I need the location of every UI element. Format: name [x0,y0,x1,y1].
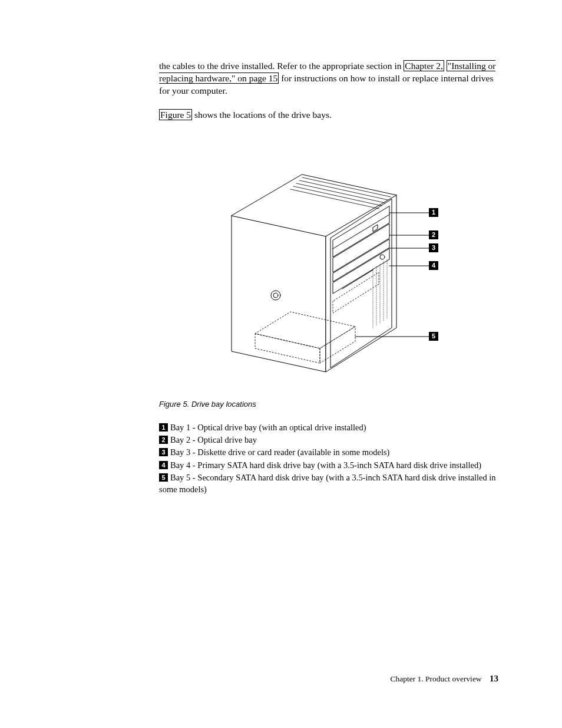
link-chapter2[interactable]: Chapter 2, [404,60,444,71]
legend-num-1: 1 [159,423,168,431]
legend-text-3: Bay 3 - Diskette drive or card reader (a… [170,447,389,457]
legend-text-4: Bay 4 - Primary SATA hard disk drive bay… [170,460,481,470]
footer-chapter: Chapter 1. Product overview [390,674,481,683]
legend: 1Bay 1 - Optical drive bay (with an opti… [159,421,498,496]
page-content: the cables to the drive installed. Refer… [0,0,562,495]
callout-1: 1 [432,209,435,216]
legend-num-5: 5 [159,473,168,482]
page-footer: Chapter 1. Product overview 13 [390,674,498,684]
intro-paragraph: the cables to the drive installed. Refer… [159,60,498,97]
legend-num-2: 2 [159,436,168,444]
legend-text-1: Bay 1 - Optical drive bay (with an optic… [170,423,366,432]
legend-text-5: Bay 5 - Secondary SATA hard disk drive b… [159,473,496,494]
legend-num-4: 4 [159,461,168,469]
link-figure5[interactable]: Figure 5 [159,109,192,120]
intro-text-a: the cables to the drive installed. Refer… [159,61,404,71]
drive-bay-diagram: 1 2 3 4 5 [196,139,461,387]
footer-page-number: 13 [490,674,498,683]
figure-caption: Figure 5. Drive bay locations [159,400,498,409]
legend-text-2: Bay 2 - Optical drive bay [170,435,257,444]
figure-ref-paragraph: Figure 5 shows the locations of the driv… [159,109,498,121]
legend-row-3: 3Bay 3 - Diskette drive or card reader (… [159,446,498,458]
svg-marker-0 [232,216,326,372]
legend-row-2: 2Bay 2 - Optical drive bay [159,434,498,446]
legend-row-1: 1Bay 1 - Optical drive bay (with an opti… [159,421,498,433]
legend-num-3: 3 [159,448,168,456]
callout-5: 5 [432,332,435,340]
figure-container: 1 2 3 4 5 [159,139,498,387]
legend-row-4: 4Bay 4 - Primary SATA hard disk drive ba… [159,459,498,471]
legend-row-5: 5Bay 5 - Secondary SATA hard disk drive … [159,472,498,496]
figure-ref-text: shows the locations of the drive bays. [192,110,332,120]
callout-3: 3 [432,244,435,251]
callout-2: 2 [432,231,435,238]
callout-4: 4 [432,262,436,269]
